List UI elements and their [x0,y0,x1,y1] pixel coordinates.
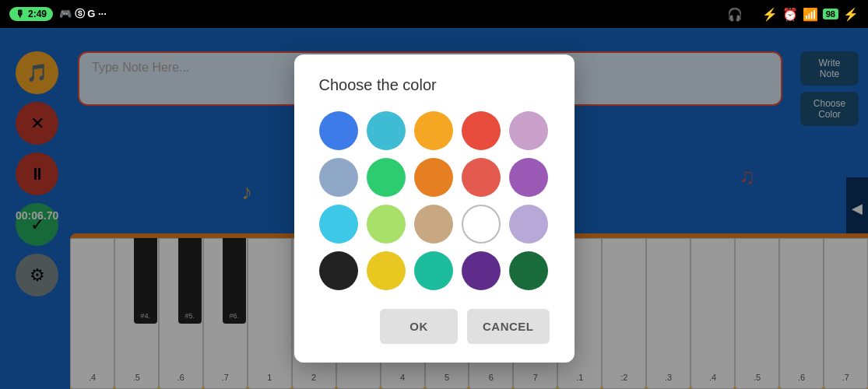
status-left: 🎙 2:49 🎮 ⓢ G ··· [9,7,107,21]
status-icons: 🎮 ⓢ G ··· [59,7,107,21]
color-cyan[interactable] [414,251,453,290]
color-light-blue[interactable] [319,205,358,244]
mic-icon: 🎙 [16,9,25,19]
battery-indicator: 98 [823,9,838,19]
dialog-title: Choose the color [319,76,550,94]
color-mauve[interactable] [509,111,548,150]
color-orange[interactable] [414,111,453,150]
color-dark-green[interactable] [509,251,548,290]
screenshot-icon: ⊡ [747,7,757,22]
color-light-green[interactable] [367,205,406,244]
color-dark-purple[interactable] [462,251,501,290]
app-background: ♫ ♪ ♪ ♫ ♫ 🎵 ✕ ⏸ ✓ ⚙ 00:06.70 Type Note H… [0,28,868,389]
color-yellow[interactable] [367,251,406,290]
color-red[interactable] [462,111,501,150]
charging-icon: ⚡ [843,7,859,22]
color-tan[interactable] [414,205,453,244]
color-green[interactable] [367,158,406,197]
headphone-icon: 🎧 [727,7,743,22]
dialog-actions: OK CANCEL [319,309,550,344]
color-dark-orange[interactable] [414,158,453,197]
color-steel-blue[interactable] [319,158,358,197]
cancel-button[interactable]: CANCEL [467,309,550,344]
mic-pill: 🎙 2:49 [9,7,53,21]
color-grid [319,111,550,290]
color-teal[interactable] [367,111,406,150]
battery-level: 98 [826,9,835,19]
color-salmon[interactable] [462,158,501,197]
color-purple[interactable] [509,158,548,197]
ok-button[interactable]: OK [380,309,458,344]
color-blue[interactable] [319,111,358,150]
color-white[interactable] [462,205,501,244]
alarm-icon: ⏰ [782,7,798,22]
status-time: 2:49 [28,9,47,19]
status-right: 🎧 ⊡ ⚡ ⏰ 📶 98 ⚡ [727,7,859,22]
color-black[interactable] [319,251,358,290]
overlay: Choose the color [0,28,868,389]
color-picker-dialog: Choose the color [294,54,575,363]
bluetooth-icon: ⚡ [762,7,778,22]
signal-icon: 📶 [803,7,818,22]
status-bar: 🎙 2:49 🎮 ⓢ G ··· 🎧 ⊡ ⚡ ⏰ 📶 98 ⚡ [0,0,868,28]
color-lavender[interactable] [509,205,548,244]
